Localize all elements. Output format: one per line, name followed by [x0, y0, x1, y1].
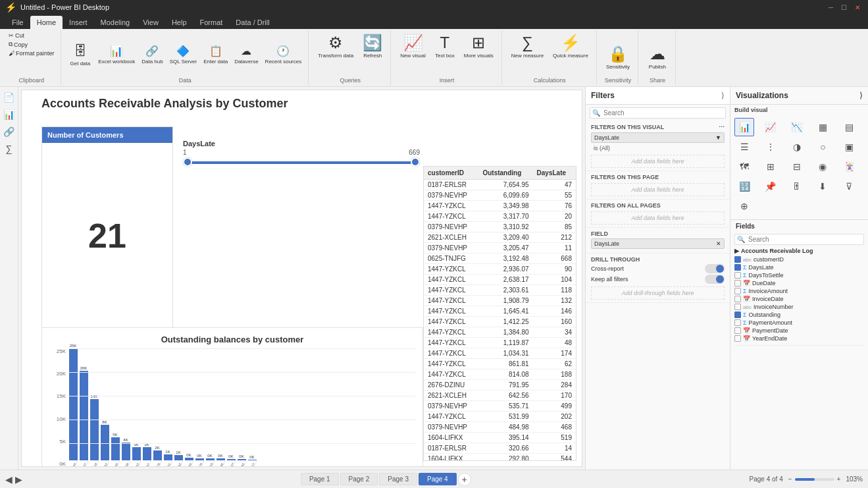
zoom-out-btn[interactable]: −: [788, 475, 792, 483]
field-checkbox[interactable]: [734, 288, 741, 294]
table-row[interactable]: 1604-LIFKX395.14519: [424, 433, 576, 443]
bar-col[interactable]: 0K0465-DTH..: [216, 454, 225, 467]
table-icon[interactable]: ⊞: [761, 157, 780, 176]
report-view-icon[interactable]: 📄: [1, 90, 17, 105]
table-row[interactable]: 0379-NEVHP535.71499: [424, 401, 576, 412]
zoom-slider[interactable]: [795, 478, 834, 481]
sql-btn[interactable]: 🔷 SQL Server: [167, 41, 200, 66]
field-checkbox[interactable]: [734, 327, 741, 334]
table-row[interactable]: 1447-YZKCL1,034.31174: [424, 348, 576, 359]
dataverse-btn[interactable]: ☁ Dataverse: [232, 41, 261, 66]
page-tab-page-2[interactable]: Page 2: [340, 473, 378, 485]
table-row[interactable]: 2621-XCLEH3,209.40212: [424, 232, 576, 243]
field-item-dayslate[interactable]: ΣDaysLate: [734, 263, 864, 271]
data-view-icon[interactable]: 📊: [1, 107, 17, 122]
cross-report-toggle[interactable]: [705, 264, 725, 273]
keep-all-filters-toggle[interactable]: [705, 275, 725, 284]
page-tab-page-4[interactable]: Page 4: [419, 473, 457, 485]
table-row[interactable]: 2621-XCLEH642.56170: [424, 391, 576, 401]
field-checkbox[interactable]: [734, 256, 741, 263]
bar-col[interactable]: 14K0187-ERLSR: [89, 394, 99, 467]
field-item-outstanding[interactable]: ΣOutstanding: [734, 311, 864, 319]
field-checkbox[interactable]: [734, 304, 741, 310]
table-row[interactable]: 0187-ERLSR320.6614: [424, 443, 576, 454]
table-row[interactable]: 1447-YZKCL861.8162: [424, 359, 576, 369]
field-item-invoicedate[interactable]: 📅InvoiceDate: [734, 295, 864, 303]
table-row[interactable]: 0379-NEVHP3,205.4711: [424, 243, 576, 254]
table-row[interactable]: 1447-YZKCL2,936.0790: [424, 264, 576, 275]
field-checkbox[interactable]: [734, 280, 741, 286]
slider-thumb-left[interactable]: [183, 157, 192, 167]
field-item-invoicenumber[interactable]: abcInvoiceNumber: [734, 303, 864, 311]
bar-col[interactable]: 4K0688-...: [121, 438, 130, 467]
model-view-icon[interactable]: 🔗: [1, 124, 17, 140]
tab-data-drill[interactable]: Data / Drill: [229, 16, 276, 29]
new-measure-btn[interactable]: ∑ New measure: [507, 32, 548, 60]
table-row[interactable]: 1447-YZKCL531.99202: [424, 412, 576, 422]
field-value-display[interactable]: DaysLate ✕: [591, 238, 725, 249]
add-data-fields-2[interactable]: Add data fields here: [591, 183, 725, 196]
field-checkbox[interactable]: [734, 272, 741, 279]
filters-expand-icon[interactable]: ⟩: [721, 91, 725, 100]
gauge-icon[interactable]: ◉: [813, 157, 832, 176]
treemap-icon[interactable]: ▣: [839, 138, 859, 156]
minimize-btn[interactable]: ─: [826, 4, 836, 11]
bar-col[interactable]: 0K3271-HTHDN: [247, 455, 257, 467]
table-row[interactable]: 1447-YZKCL1,645.41146: [424, 306, 576, 317]
add-page-btn[interactable]: +: [458, 473, 471, 486]
sensitivity-btn[interactable]: 🔒 Sensitivity: [602, 43, 634, 71]
waterfall-icon[interactable]: ⬇: [813, 177, 832, 196]
publish-btn[interactable]: ☁ Publish: [644, 43, 671, 71]
add-data-fields-1[interactable]: Add data fields here: [591, 155, 725, 168]
prev-page-btn[interactable]: ◀: [5, 474, 13, 485]
donut-icon[interactable]: ○: [813, 138, 832, 156]
bar-col[interactable]: 1K2423-OOXKO: [174, 450, 183, 467]
filter-options-icon[interactable]: ⋯: [719, 124, 725, 130]
table-row[interactable]: 1447-YZKCL814.08188: [424, 369, 576, 380]
field-checkbox[interactable]: [734, 319, 741, 326]
bar-col[interactable]: 0K2607-XAMA: [184, 453, 193, 467]
slider-thumb-right[interactable]: [411, 157, 420, 167]
table-row[interactable]: 0379-NEVHP3,310.9285: [424, 222, 576, 232]
table-row[interactable]: 1447-YZKCL1,412.25160: [424, 317, 576, 327]
tab-view[interactable]: View: [136, 16, 165, 29]
zoom-in-btn[interactable]: +: [837, 475, 841, 483]
bar-col[interactable]: 8K2621-XCLEH: [100, 420, 109, 467]
field-item-invoiceamount[interactable]: ΣInvoiceAmount: [734, 287, 864, 295]
add-data-fields-3[interactable]: Add data fields here: [591, 211, 725, 225]
field-item-customerid[interactable]: abccustomerID: [734, 256, 864, 263]
tab-file[interactable]: File: [5, 16, 30, 29]
horiz-bar-icon[interactable]: ☰: [734, 138, 754, 156]
col-header-outstanding[interactable]: Outstanding: [478, 167, 532, 180]
bar-col[interactable]: 0KT16E-AEASA: [205, 454, 215, 467]
field-item-yearenddate[interactable]: 📅YearEndDate: [734, 335, 864, 342]
field-item-paymentamount[interactable]: ΣPaymentAmount: [734, 319, 864, 327]
table-row[interactable]: 1447-YZKCL2,303.61118: [424, 285, 576, 296]
data-hub-btn[interactable]: 🔗 Data hub: [139, 41, 165, 66]
table-row[interactable]: 1447-YZKCL3,349.9876: [424, 201, 576, 211]
table-row[interactable]: 1604-LIFKX292.80544: [424, 454, 576, 462]
table-row[interactable]: 0625-TNJFG3,192.48668: [424, 254, 576, 264]
filters-search[interactable]: 🔍: [590, 107, 726, 119]
col-header-dayslate[interactable]: DaysLate: [533, 167, 576, 180]
page-tab-page-1[interactable]: Page 1: [301, 473, 339, 485]
bar-chart-icon[interactable]: 📊: [734, 118, 754, 136]
bar-col[interactable]: 1K2016-XLBER: [163, 450, 172, 467]
copy-btn[interactable]: ⧉ Copy: [7, 40, 57, 49]
100pct-bar-icon[interactable]: ▤: [839, 118, 859, 136]
table-row[interactable]: 0187-ERLSR7,654.9547: [424, 180, 576, 190]
cut-btn[interactable]: ✂ Cut: [7, 32, 57, 40]
get-data-btn[interactable]: 🗄 Get data: [66, 40, 95, 68]
bar-col[interactable]: 20K0379-NEVHP: [79, 366, 88, 467]
matrix-icon[interactable]: ⊟: [787, 157, 807, 176]
filters-search-input[interactable]: [602, 108, 725, 118]
multi-card-icon[interactable]: 🔢: [734, 177, 754, 196]
format-painter-btn[interactable]: 🖌 Format painter: [7, 49, 57, 57]
refresh-btn[interactable]: 🔄 Refresh: [359, 32, 386, 60]
tab-insert[interactable]: Insert: [63, 16, 94, 29]
field-item-daystosettle[interactable]: ΣDaysToSettle: [734, 271, 864, 279]
kpi-icon[interactable]: 📌: [761, 177, 780, 196]
bar-col[interactable]: 25K1447-YZKCL: [68, 344, 78, 467]
bar-col[interactable]: 3K2676-DZINU: [142, 443, 151, 467]
table-row[interactable]: 1447-YZKCL1,384.8034: [424, 327, 576, 338]
